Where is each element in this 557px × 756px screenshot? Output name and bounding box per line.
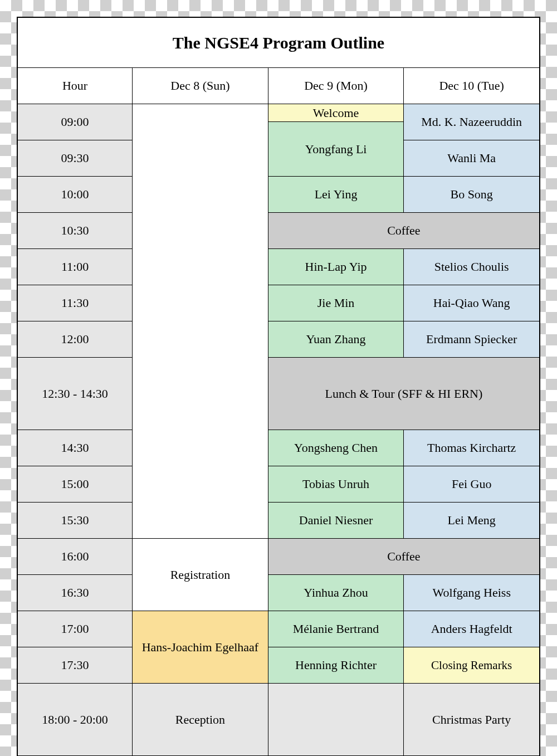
day2-henning-richter: Henning Richter (268, 647, 404, 684)
day2-hin-lap-yip: Hin-Lap Yip (268, 249, 404, 285)
hour-0930: 09:30 (18, 140, 133, 177)
header-hour: Hour (18, 68, 133, 104)
page-title: The NGSE4 Program Outline (18, 18, 540, 68)
hour-1430: 14:30 (18, 430, 133, 466)
hour-1800-2000: 18:00 - 20:00 (18, 684, 133, 756)
day1-egelhaaf: Hans-Joachim Egelhaaf (133, 611, 268, 684)
day2-melanie-bertrand: Mélanie Bertrand (268, 611, 404, 647)
hour-1600: 16:00 (18, 539, 133, 575)
day2-yuan-zhang: Yuan Zhang (268, 321, 404, 358)
day3-bo-song: Bo Song (404, 177, 540, 213)
day2-welcome: Welcome (268, 104, 404, 122)
day1-reception: Reception (133, 684, 268, 756)
day2-tobias-unruh: Tobias Unruh (268, 466, 404, 503)
program-outline-page: The NGSE4 Program Outline Hour Dec 8 (Su… (17, 17, 540, 756)
day1-blank-morning (133, 104, 268, 539)
hour-1000: 10:00 (18, 177, 133, 213)
header-day3: Dec 10 (Tue) (404, 68, 540, 104)
day3-christmas-party: Christmas Party (404, 684, 540, 756)
day3-hai-qiao-wang: Hai-Qiao Wang (404, 285, 540, 321)
hour-1630: 16:30 (18, 575, 133, 611)
day2-yongfang-li: Yongfang Li (268, 122, 404, 177)
hour-1100: 11:00 (18, 249, 133, 285)
day2-yinhua-zhou: Yinhua Zhou (268, 575, 404, 611)
day3-wolfgang-heiss: Wolfgang Heiss (404, 575, 540, 611)
coffee-morning: Coffee (268, 213, 539, 249)
hour-1530: 15:30 (18, 503, 133, 539)
day3-fei-guo: Fei Guo (404, 466, 540, 503)
day2-jie-min: Jie Min (268, 285, 404, 321)
hour-1030: 10:30 (18, 213, 133, 249)
coffee-afternoon: Coffee (268, 539, 539, 575)
day3-thomas-kirchartz: Thomas Kirchartz (404, 430, 540, 466)
day3-closing-remarks: Closing Remarks (404, 647, 540, 684)
day3-erdmann-spiecker: Erdmann Spiecker (404, 321, 540, 358)
hour-1230-1430: 12:30 - 14:30 (18, 358, 133, 430)
hour-1200: 12:00 (18, 321, 133, 358)
day2-evening-blank (268, 684, 404, 756)
hour-1500: 15:00 (18, 466, 133, 503)
header-day2: Dec 9 (Mon) (268, 68, 404, 104)
schedule-table: The NGSE4 Program Outline Hour Dec 8 (Su… (17, 17, 540, 756)
lunch-tour: Lunch & Tour (SFF & HI ERN) (268, 358, 539, 430)
day2-lei-ying: Lei Ying (268, 177, 404, 213)
hour-1130: 11:30 (18, 285, 133, 321)
hour-1730: 17:30 (18, 647, 133, 684)
day3-anders-hagfeldt: Anders Hagfeldt (404, 611, 540, 647)
day3-stelios-choulis: Stelios Choulis (404, 249, 540, 285)
day3-nazeeruddin: Md. K. Nazeeruddin (404, 104, 540, 140)
day2-daniel-niesner: Daniel Niesner (268, 503, 404, 539)
day2-yongsheng-chen: Yongsheng Chen (268, 430, 404, 466)
day1-registration: Registration (133, 539, 268, 611)
hour-0900: 09:00 (18, 104, 133, 140)
header-day1: Dec 8 (Sun) (133, 68, 268, 104)
day3-lei-meng: Lei Meng (404, 503, 540, 539)
day3-wanli-ma: Wanli Ma (404, 140, 540, 177)
hour-1700: 17:00 (18, 611, 133, 647)
